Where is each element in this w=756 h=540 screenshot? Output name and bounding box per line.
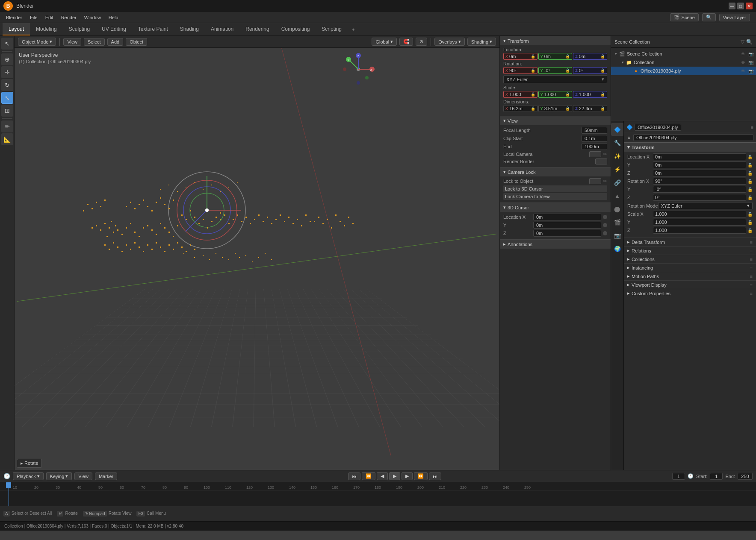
tree-item-office-file[interactable]: ● Office20190304.ply 👁 📷	[611, 67, 756, 75]
collections-row[interactable]: ▸Collections ≡	[624, 255, 756, 263]
play-prev-frame-btn[interactable]: ⏪	[362, 472, 375, 480]
view-menu[interactable]: View	[63, 38, 81, 46]
prop-icon-modifier[interactable]: 🔧	[611, 136, 624, 149]
local-camera-toggle[interactable]	[589, 151, 601, 157]
proportional-edit[interactable]: ⊙	[416, 38, 427, 46]
outliner-search[interactable]: 🔍	[746, 39, 753, 45]
cursor-y-field[interactable]: 0m	[533, 222, 601, 229]
tree-item-collection[interactable]: ▾ 📁 Collection 👁 📷	[611, 58, 756, 67]
delta-options[interactable]: ≡	[750, 240, 753, 245]
rot-y-field[interactable]: Y-0° 🔒	[538, 67, 573, 74]
tool-measure[interactable]: 📐	[1, 133, 13, 145]
camera-lock-header[interactable]: ▾ Camera Lock	[500, 167, 611, 176]
tree-item-scene-collection[interactable]: ▾ 🎬 Scene Collection 👁 📷	[611, 50, 756, 58]
tab-uv-editing[interactable]: UV Editing	[96, 23, 132, 35]
transform-orientation[interactable]: Global ▾	[372, 38, 397, 46]
props-loc-y[interactable]: 0m	[653, 161, 746, 168]
relations-row[interactable]: ▸Relations ≡	[624, 246, 756, 255]
rot-z-field[interactable]: Z0° 🔒	[573, 67, 607, 74]
properties-options[interactable]: ≡	[751, 125, 753, 130]
scale-x-field[interactable]: X1.000 🔒	[503, 91, 537, 98]
add-menu[interactable]: Add	[107, 38, 124, 46]
tab-shading[interactable]: Shading	[174, 23, 205, 35]
object-name-field[interactable]: Office20190304.ply	[635, 124, 681, 131]
rotation-mode-selector[interactable]: XYZ Euler▾	[503, 75, 607, 83]
object-menu[interactable]: Object	[126, 38, 147, 46]
prop-icon-constraints[interactable]: 🔗	[611, 176, 624, 189]
menu-window[interactable]: Window	[81, 14, 104, 21]
instancing-row[interactable]: ▸Instancing ≡	[624, 263, 756, 272]
view-timeline-menu[interactable]: View	[74, 472, 92, 480]
delta-transform-row[interactable]: ▸Delta Transform ≡	[624, 238, 756, 246]
tab-scripting[interactable]: Scripting	[316, 23, 348, 35]
dim-x-field[interactable]: X16.2m 🔒	[503, 105, 537, 112]
play-next-btn[interactable]: ▶	[402, 472, 413, 480]
view-layer-selector[interactable]: View Layer	[719, 14, 750, 21]
lock-to-object-toggle[interactable]	[589, 178, 601, 184]
render-icon[interactable]: 📷	[747, 50, 754, 57]
snap-toggle[interactable]: 🧲	[399, 38, 413, 46]
custom-properties-options[interactable]: ≡	[750, 291, 753, 296]
tool-annotate[interactable]: ✏	[1, 120, 13, 132]
viewport-display-row[interactable]: ▸Viewport Display ≡	[624, 280, 756, 289]
props-loc-x[interactable]: 0m	[653, 153, 746, 160]
collection-visibility[interactable]: 👁	[740, 59, 747, 66]
props-rot-y[interactable]: -0°	[653, 186, 746, 193]
focal-length-field[interactable]: 50mm	[582, 127, 607, 134]
props-transform-header[interactable]: ▾ Transform	[624, 142, 756, 152]
rot-x-field[interactable]: X90° 🔒	[503, 67, 537, 74]
scale-y-field[interactable]: Y1.000 🔒	[538, 91, 573, 98]
timeline-ruler[interactable]: 10 20 30 40 50 60 70 80 90 100 110 120 1…	[0, 482, 756, 506]
menu-blender[interactable]: Blender	[3, 14, 26, 21]
prop-icon-physics[interactable]: ⚡	[611, 163, 624, 176]
viewport-gizmo[interactable]: X Y Z	[341, 52, 375, 86]
marker-menu[interactable]: Marker	[95, 472, 117, 480]
play-next-frame-btn[interactable]: ⏩	[414, 472, 428, 480]
custom-properties-row[interactable]: ▸Custom Properties ≡	[624, 289, 756, 297]
search-button[interactable]: 🔍	[702, 13, 716, 21]
tab-layout[interactable]: Layout	[3, 23, 30, 35]
visibility-icon[interactable]: 👁	[740, 50, 747, 57]
end-frame-input[interactable]: 250	[738, 473, 753, 480]
tool-move[interactable]: ✛	[1, 66, 13, 78]
motion-paths-row[interactable]: ▸Motion Paths ≡	[624, 272, 756, 280]
cursor-x-field[interactable]: 0m	[533, 214, 601, 220]
tool-transform[interactable]: ⊞	[1, 105, 13, 117]
transform-section-header[interactable]: ▾ Transform	[500, 36, 611, 45]
add-workspace-button[interactable]: +	[348, 23, 359, 35]
props-scale-x[interactable]: 1.000	[653, 211, 746, 217]
prop-icon-material[interactable]: ⬤	[611, 202, 624, 215]
tab-texture-paint[interactable]: Texture Paint	[132, 23, 174, 35]
props-loc-z[interactable]: 0m	[653, 170, 746, 176]
shading-toggle[interactable]: Shading ▾	[467, 38, 496, 46]
dim-z-field[interactable]: Z22.4m 🔒	[573, 105, 607, 112]
select-menu[interactable]: Select	[84, 38, 105, 46]
maximize-button[interactable]: □	[737, 3, 744, 9]
object-data-name-field[interactable]: Office20190304.ply	[633, 134, 753, 141]
props-rot-x[interactable]: 90°	[653, 178, 746, 185]
collections-options[interactable]: ≡	[750, 257, 753, 262]
prop-icon-world[interactable]: 🌍	[611, 242, 624, 255]
prop-icon-render[interactable]: 📷	[611, 229, 624, 242]
tab-compositing[interactable]: Compositing	[275, 23, 316, 35]
instancing-options[interactable]: ≡	[750, 265, 753, 270]
tool-rotate[interactable]: ↻	[1, 79, 13, 91]
tool-cursor[interactable]: ↖	[1, 38, 13, 50]
cursor-section-header[interactable]: ▾ 3D Cursor	[500, 202, 611, 212]
cursor-z-field[interactable]: 0m	[533, 230, 601, 237]
collection-render[interactable]: 📷	[747, 59, 754, 66]
relations-options[interactable]: ≡	[750, 248, 753, 253]
start-frame-input[interactable]: 1	[710, 473, 723, 480]
file-render[interactable]: 📷	[747, 68, 754, 74]
keying-menu[interactable]: Keying ▾	[46, 472, 72, 480]
play-jump-end-btn[interactable]: ⏭	[429, 472, 441, 480]
scene-selector[interactable]: 🎬 Scene	[670, 13, 699, 21]
loc-z-field[interactable]: Z0m 🔒	[573, 53, 607, 60]
menu-help[interactable]: Help	[105, 14, 122, 21]
playback-menu[interactable]: Playback ▾	[13, 472, 44, 480]
dim-y-field[interactable]: Y3.51m 🔒	[538, 105, 573, 112]
tab-rendering[interactable]: Rendering	[239, 23, 275, 35]
prop-icon-object-data[interactable]: ▲	[611, 189, 624, 202]
viewport-canvas[interactable]: User Perspective (1) Collection | Office…	[15, 48, 499, 470]
tab-animation[interactable]: Animation	[205, 23, 239, 35]
